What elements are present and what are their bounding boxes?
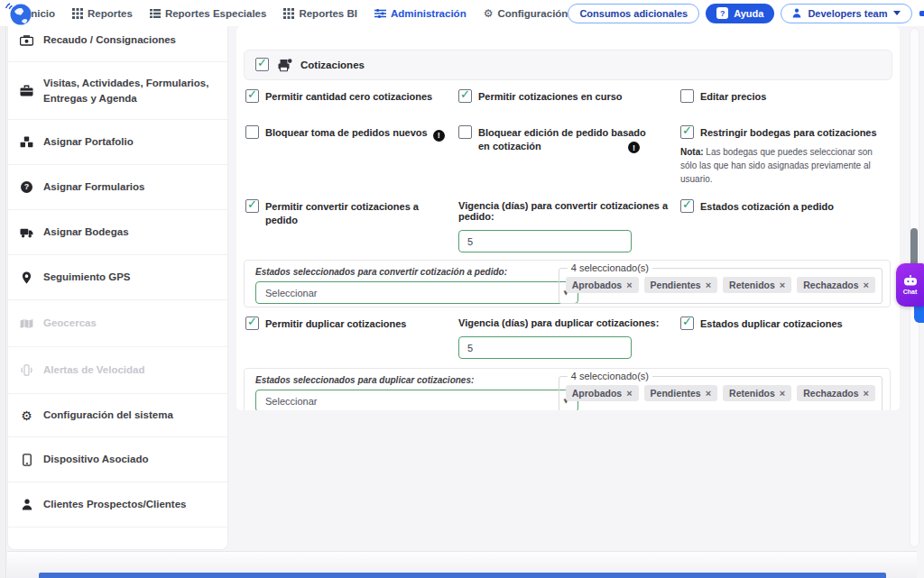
main-nav: Inicio Reportes Reportes Especiales Repo…	[13, 8, 568, 19]
chevron-down-icon	[893, 11, 901, 15]
nav-item-administracion[interactable]: Administración	[374, 8, 467, 19]
briefcase-icon	[19, 85, 34, 96]
checkbox-permitir-cantidad-cero[interactable]: Permitir cantidad cero cotizaciones	[245, 90, 451, 104]
truck-icon	[19, 227, 34, 238]
cubes-icon	[19, 136, 34, 148]
user-menu-button[interactable]: Developers team	[781, 4, 912, 23]
checkbox-label: Estados duplicar cotizaciones	[700, 317, 843, 331]
quote-document-icon	[277, 59, 292, 72]
estados-convertir-box: Estados seleccionados para convertir cot…	[244, 260, 891, 307]
sidebar-item-asignar-bodegas[interactable]: Asignar Bodegas	[8, 210, 227, 255]
vigencia-duplicar-input[interactable]	[458, 336, 632, 359]
tag-retenidos: Retenidos	[723, 385, 791, 401]
checkbox-editar-precios[interactable]: Editar precios	[680, 90, 890, 104]
checkbox-label: Restringir bodegas para cotizaciones	[700, 126, 877, 140]
globe-logo-icon	[5, 2, 34, 26]
sidebar-item-asignar-formularios[interactable]: Asignar Formularios	[8, 165, 227, 210]
checkbox-label: Estados cotización a pedido	[700, 200, 834, 214]
sidebar-item-alertas-velocidad: Alertas de Velocidad	[8, 347, 227, 394]
user-label: Developers team	[808, 8, 887, 19]
nav-item-reportes[interactable]: Reportes	[72, 8, 133, 19]
checkbox-estados-duplicar[interactable]: Estados duplicar cotizaciones	[680, 317, 890, 331]
checkbox-box	[680, 317, 694, 330]
sidebar-item-clientes-prospectos[interactable]: Clientes Prospectos/Clientes	[8, 482, 227, 528]
sidebar-item-label: Recaudo / Consignaciones	[43, 32, 176, 48]
sidebar-item-label: Visitas, Actividades, Formularios, Entre…	[43, 76, 217, 106]
checkbox-bloquear-toma-pedidos[interactable]: Bloquear toma de pedidos nuevos	[245, 126, 451, 142]
estados-convertir-select[interactable]: Seleccionar	[255, 281, 578, 304]
ayuda-button[interactable]: Ayuda	[706, 4, 774, 23]
sliders-icon	[374, 8, 386, 19]
left-scroll-gutter	[0, 26, 6, 578]
remove-tag-icon[interactable]	[864, 280, 869, 290]
chat-button[interactable]: Chat	[896, 263, 924, 307]
checkbox-box	[245, 125, 259, 139]
info-icon[interactable]	[628, 142, 640, 153]
ayuda-label: Ayuda	[734, 8, 763, 19]
sidebar-item-asignar-portafolio[interactable]: Asignar Portafolio	[8, 120, 227, 165]
sidebar-item-recaudo-consignaciones[interactable]: Recaudo / Consignaciones	[8, 26, 227, 62]
sidebar-item-label: Clientes Prospectos/Clientes	[43, 497, 187, 512]
user-icon	[792, 8, 801, 18]
page-footer	[7, 551, 917, 578]
cotizaciones-checkbox[interactable]	[255, 58, 269, 71]
estados-duplicar-box: Estados seleccionados para duplicar coti…	[244, 368, 891, 410]
estados-duplicar-select[interactable]: Seleccionar	[255, 390, 578, 410]
select-value: Seleccionar	[265, 288, 317, 298]
navbar-actions: Consumos adicionales Ayuda Developers te…	[568, 1, 924, 26]
remove-tag-icon[interactable]	[780, 389, 785, 399]
tag-retenidos: Retenidos	[723, 277, 791, 293]
remove-tag-icon[interactable]	[864, 389, 869, 399]
checkbox-estados-cotizacion-pedido[interactable]: Estados cotización a pedido	[680, 200, 890, 214]
vigencia-convertir-label: Vigencia (días) para convertir cotizacio…	[458, 200, 693, 222]
selected-states-fieldset: 4 seleccionado(s) Aprobados Pendientes R…	[559, 262, 882, 304]
megaphone-icon[interactable]	[919, 7, 924, 20]
consumos-label: Consumos adicionales	[579, 8, 688, 19]
sidebar-item-label: Asignar Formularios	[43, 179, 144, 195]
estados-convertir-label: Estados seleccionados para convertir cot…	[255, 267, 507, 277]
nav-item-configuracion[interactable]: ⚙ Configuración	[484, 8, 568, 19]
checkbox-permitir-duplicar[interactable]: Permitir duplicar cotizaciones	[245, 317, 451, 331]
map-marker-icon	[19, 271, 34, 284]
tag-aprobados: Aprobados	[566, 385, 639, 401]
cash-icon	[19, 35, 34, 46]
question-circle-icon	[19, 181, 34, 193]
remove-tag-icon[interactable]	[626, 389, 632, 399]
sidebar-item-label: Asignar Bodegas	[43, 225, 129, 240]
info-icon[interactable]	[433, 130, 445, 142]
remove-tag-icon[interactable]	[706, 389, 711, 399]
vigencia-convertir-group: Vigencia (días) para convertir cotizacio…	[458, 200, 693, 252]
remove-tag-icon[interactable]	[706, 280, 711, 290]
section-title: Cotizaciones	[300, 60, 365, 70]
checkbox-restringir-bodegas[interactable]: Restringir bodegas para cotizaciones	[680, 126, 890, 140]
sidebar-item-configuracion-sistema[interactable]: ⚙ Configuración del sistema	[8, 394, 227, 437]
sidebar-item-label: Dispositivo Asociado	[43, 452, 149, 467]
sidebar-item-visitas-actividades[interactable]: Visitas, Actividades, Formularios, Entre…	[8, 62, 227, 120]
vigencia-duplicar-label: Vigencia (días) para duplicar cotizacion…	[458, 317, 693, 328]
checkbox-label: Permitir convertir cotizaciones a pedido	[265, 200, 451, 227]
checkbox-bloquear-edicion-pedido[interactable]: Bloquear edición de pedido basado en cot…	[458, 126, 652, 153]
phone-vibrate-icon	[19, 364, 34, 376]
checkbox-permitir-convertir[interactable]: Permitir convertir cotizaciones a pedido	[245, 200, 451, 227]
checkbox-label: Bloquear edición de pedido basado en cot…	[478, 126, 652, 153]
consumos-adicionales-button[interactable]: Consumos adicionales	[568, 4, 699, 23]
checkbox-label: Editar precios	[700, 90, 766, 104]
checkbox-cotizaciones-en-curso[interactable]: Permitir cotizaciones en curso	[458, 90, 673, 104]
remove-tag-icon[interactable]	[780, 280, 785, 290]
nav-item-reportes-bi[interactable]: Reportes BI	[283, 8, 357, 19]
nav-item-reportes-especiales[interactable]: Reportes Especiales	[150, 8, 267, 19]
restringir-bodegas-note: Nota: Las bodegas que puedes seleccionar…	[680, 145, 881, 186]
vigencia-convertir-input[interactable]	[458, 230, 632, 252]
remove-tag-icon[interactable]	[626, 280, 632, 290]
checkbox-box	[245, 199, 259, 213]
map-icon	[19, 318, 34, 329]
tag-rechazados: Rechazados	[797, 385, 875, 401]
robot-icon	[903, 275, 918, 286]
nav-label: Configuración	[497, 8, 568, 19]
checkbox-box	[458, 125, 472, 139]
sidebar-item-label: Asignar Portafolio	[43, 134, 134, 150]
sidebar-item-dispositivo-asociado[interactable]: Dispositivo Asociado	[8, 437, 227, 482]
sidebar-item-seguimiento-gps[interactable]: Seguimiento GPS	[8, 255, 227, 300]
selected-count-legend: 4 seleccionado(s)	[568, 371, 652, 381]
grid-icon	[283, 8, 294, 19]
